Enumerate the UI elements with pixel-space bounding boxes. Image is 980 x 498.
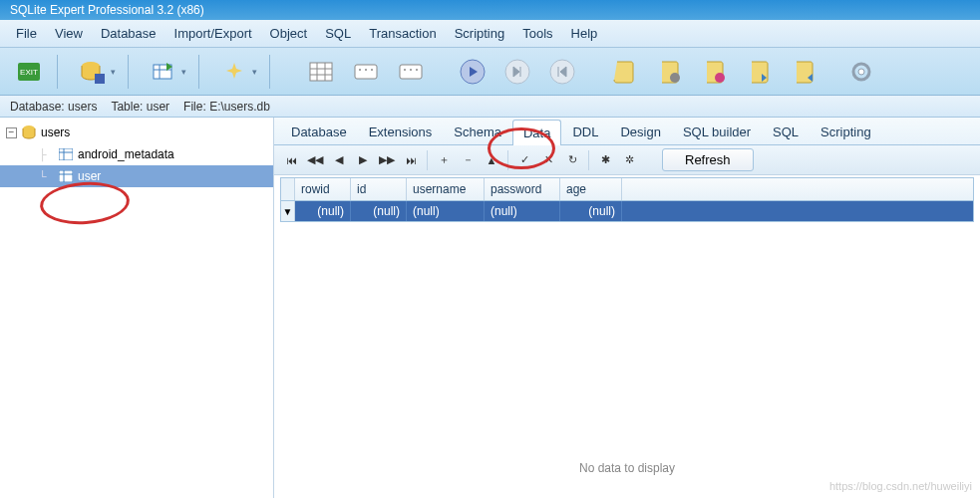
menu-tools[interactable]: Tools [514,22,560,45]
column-header-rowid[interactable]: rowid [295,178,351,200]
exit-button[interactable]: EXIT [8,53,50,91]
tree-table-label: user [78,169,101,183]
nav-bookmark-button[interactable]: ✱ [594,149,616,171]
svg-point-19 [416,69,418,71]
tab-strip: Database Extensions Schema Data DDL Desi… [274,118,980,145]
open-db-button[interactable] [65,53,121,91]
tab-sql-builder[interactable]: SQL builder [672,119,762,144]
gear-icon [848,59,874,85]
keyboard-button-1[interactable] [345,53,387,91]
tree-table-node[interactable]: └ user [0,165,273,187]
collapse-icon[interactable]: − [6,127,17,138]
cell-password[interactable]: (null) [485,201,560,221]
new-button[interactable] [206,53,262,91]
menu-transaction[interactable]: Transaction [361,22,444,45]
tab-database[interactable]: Database [280,119,358,144]
nav-goto-button[interactable]: ✲ [618,149,640,171]
column-header-id[interactable]: id [351,178,407,200]
tab-data[interactable]: Data [512,120,561,145]
row-marker-header [281,178,295,200]
svg-point-23 [670,73,680,83]
tab-schema[interactable]: Schema [443,119,512,144]
table-row[interactable]: ▼ (null) (null) (null) (null) (null) [281,201,973,221]
menu-import-export[interactable]: Import/Export [166,22,260,45]
table-button[interactable] [136,53,191,91]
sparkle-icon [221,59,247,85]
nav-cancel-button[interactable]: ✕ [537,149,559,171]
nav-prev-page-button[interactable]: ◀◀ [304,149,326,171]
tab-design[interactable]: Design [609,119,671,144]
script-button-2[interactable] [648,53,690,91]
nav-post-button[interactable]: ✓ [513,149,535,171]
tab-extensions[interactable]: Extensions [358,119,444,144]
menu-sql[interactable]: SQL [317,22,359,45]
script-button-3[interactable] [693,53,735,91]
tree-db-node[interactable]: − users [0,122,273,143]
window-title: SQLite Expert Professional 3.2 (x86) [10,3,204,17]
menu-database[interactable]: Database [93,22,164,45]
play-button[interactable] [452,53,493,91]
window-titlebar: SQLite Expert Professional 3.2 (x86) [0,0,980,20]
nav-separator [507,150,508,170]
nav-last-button[interactable]: ⏭ [400,149,422,171]
nav-delete-button[interactable]: － [457,149,479,171]
nav-separator [427,150,428,170]
settings-button[interactable] [840,53,882,91]
svg-rect-28 [59,148,73,160]
menu-scripting[interactable]: Scripting [447,22,513,45]
status-database: Database: users [10,100,97,114]
cell-username[interactable]: (null) [407,201,485,221]
menu-bar: File View Database Import/Export Object … [0,20,980,48]
nav-edit-button[interactable]: ▲ [481,149,502,171]
svg-rect-3 [95,74,105,84]
keyboard-icon [353,59,379,85]
scroll-import-icon [746,59,772,85]
cell-id[interactable]: (null) [351,201,407,221]
svg-rect-31 [59,170,73,182]
svg-point-18 [410,69,412,71]
svg-text:EXIT: EXIT [20,68,38,77]
svg-rect-7 [310,63,332,81]
scroll-icon [611,59,637,85]
menu-help[interactable]: Help [563,22,606,45]
column-header-username[interactable]: username [407,178,485,200]
menu-object[interactable]: Object [262,22,316,45]
keyboard-button-2[interactable] [390,53,432,91]
tab-sql[interactable]: SQL [762,119,810,144]
scroll-delete-icon [701,59,727,85]
table-icon [58,168,74,184]
nav-refresh-button[interactable]: ↻ [561,149,583,171]
toolbar-separator [198,55,199,89]
cell-rowid[interactable]: (null) [295,201,351,221]
status-file: File: E:\users.db [183,100,270,114]
column-header-password[interactable]: password [485,178,560,200]
nav-first-button[interactable]: ⏮ [280,149,302,171]
prev-button[interactable] [541,53,583,91]
cell-age[interactable]: (null) [560,201,622,221]
database-save-icon [80,59,106,85]
script-button-1[interactable] [603,53,645,91]
script-button-5[interactable] [783,53,824,91]
nav-next-button[interactable]: ▶ [352,149,374,171]
column-header-age[interactable]: age [560,178,622,200]
object-tree: − users ├ android_metadata └ user [0,118,274,498]
status-table: Table: user [111,100,169,114]
menu-view[interactable]: View [47,22,91,45]
keyboard-icon [398,59,424,85]
grid-button-1[interactable] [300,53,342,91]
scroll-export-icon [791,59,817,85]
svg-point-17 [404,69,406,71]
tab-ddl[interactable]: DDL [561,119,609,144]
status-bar: Database: users Table: user File: E:\use… [0,96,980,118]
table-arrow-icon [151,59,176,85]
nav-insert-button[interactable]: ＋ [433,149,455,171]
tree-table-node[interactable]: ├ android_metadata [0,143,273,165]
script-button-4[interactable] [738,53,780,91]
refresh-button[interactable]: Refresh [662,148,754,171]
nav-next-page-button[interactable]: ▶▶ [376,149,398,171]
svg-rect-16 [400,65,422,79]
tab-scripting[interactable]: Scripting [810,119,882,144]
next-button[interactable] [496,53,538,91]
menu-file[interactable]: File [8,22,45,45]
nav-prev-button[interactable]: ◀ [328,149,350,171]
